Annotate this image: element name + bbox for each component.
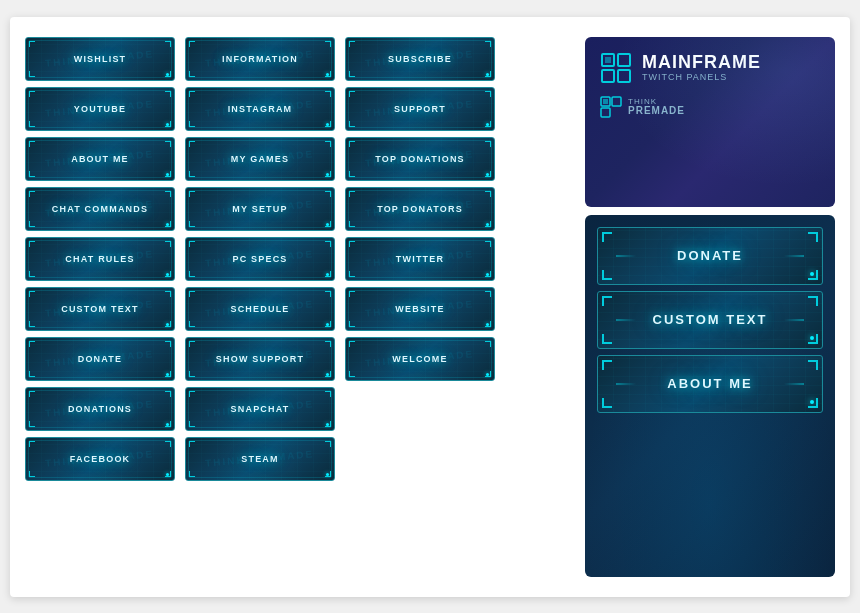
- panel-btn-col3-0[interactable]: THINK PREMADESUBSCRIBE: [345, 37, 495, 81]
- panel-btn-col3-6[interactable]: THINK PREMADEWELCOME: [345, 337, 495, 381]
- panel-btn-col2-4[interactable]: THINK PREMADEPC SPECS: [185, 237, 335, 281]
- premade-label: PREMADE: [628, 106, 685, 116]
- preview-panel-2: ABOUT ME: [597, 355, 823, 413]
- svg-rect-5: [601, 97, 610, 106]
- preview-panel-0: DONATE: [597, 227, 823, 285]
- panel-btn-col1-2[interactable]: THINK PREMADEABOUT ME: [25, 137, 175, 181]
- panel-btn-label-col1-8: FACEBOOK: [70, 454, 131, 464]
- mainframe-name: MAINFRAME: [642, 53, 761, 73]
- panel-btn-col2-1[interactable]: THINK PREMADEINSTAGRAM: [185, 87, 335, 131]
- panel-btn-label-col1-3: CHAT COMMANDS: [52, 204, 148, 214]
- panel-btn-label-col3-5: WEBSITE: [395, 304, 444, 314]
- panel-btn-col1-6[interactable]: THINK PREMADEDONATE: [25, 337, 175, 381]
- panel-btn-label-col1-5: CUSTOM TEXT: [61, 304, 139, 314]
- panel-btn-label-col2-4: PC SPECS: [232, 254, 287, 264]
- panel-btn-col1-1[interactable]: THINK PREMADEYOUTUBE: [25, 87, 175, 131]
- think-premade-logo: THINK PREMADE: [600, 96, 820, 118]
- panel-btn-col2-2[interactable]: THINK PREMADEMY GAMES: [185, 137, 335, 181]
- panel-col-1: THINK PREMADEWISHLISTTHINK PREMADEYOUTUB…: [25, 37, 175, 577]
- panel-btn-label-col3-0: SUBSCRIBE: [388, 54, 452, 64]
- panel-btn-col1-4[interactable]: THINK PREMADECHAT RULES: [25, 237, 175, 281]
- panel-btn-col2-0[interactable]: THINK PREMADEINFORMATION: [185, 37, 335, 81]
- panel-btn-col1-8[interactable]: THINK PREMADEFACEBOOK: [25, 437, 175, 481]
- svg-rect-8: [603, 99, 608, 104]
- main-container: THINK PREMADEWISHLISTTHINK PREMADEYOUTUB…: [10, 17, 850, 597]
- panel-btn-col1-7[interactable]: THINK PREMADEDONATIONS: [25, 387, 175, 431]
- svg-rect-3: [618, 70, 630, 82]
- panel-btn-label-col2-6: SHOW SUPPORT: [216, 354, 304, 364]
- panel-btn-label-col1-7: DONATIONS: [68, 404, 132, 414]
- svg-rect-4: [605, 57, 611, 63]
- svg-rect-7: [601, 108, 610, 117]
- preview-panel-label-0: DONATE: [677, 248, 743, 263]
- mainframe-logo-icon: [600, 52, 632, 84]
- mainframe-title: MAINFRAME TWITCH PANELS: [642, 53, 761, 83]
- panel-btn-col2-8[interactable]: THINK PREMADESTEAM: [185, 437, 335, 481]
- svg-rect-1: [618, 54, 630, 66]
- think-premade-text: THINK PREMADE: [628, 98, 685, 116]
- panel-btn-label-col1-1: YOUTUBE: [74, 104, 126, 114]
- preview-panel-label-1: CUSTOM TEXT: [653, 312, 768, 327]
- panel-btn-label-col1-0: WISHLIST: [74, 54, 127, 64]
- panel-btn-label-col1-2: ABOUT ME: [71, 154, 129, 164]
- think-label: THINK: [628, 98, 685, 106]
- panel-btn-label-col3-4: TWITTER: [396, 254, 444, 264]
- panel-btn-label-col3-2: TOP DONATIONS: [375, 154, 465, 164]
- panel-btn-label-col3-6: WELCOME: [392, 354, 447, 364]
- panel-btn-col1-3[interactable]: THINK PREMADECHAT COMMANDS: [25, 187, 175, 231]
- panel-columns: THINK PREMADEWISHLISTTHINK PREMADEYOUTUB…: [25, 37, 575, 577]
- right-section: MAINFRAME TWITCH PANELS THINK PREMADE: [585, 37, 835, 577]
- panels-preview: DONATECUSTOM TEXTABOUT ME: [585, 215, 835, 577]
- panel-btn-col3-3[interactable]: THINK PREMADETOP DONATORS: [345, 187, 495, 231]
- panel-btn-label-col2-8: STEAM: [241, 454, 279, 464]
- panel-col-3: THINK PREMADESUBSCRIBETHINK PREMADESUPPO…: [345, 37, 495, 577]
- panel-btn-col1-0[interactable]: THINK PREMADEWISHLIST: [25, 37, 175, 81]
- panel-btn-label-col3-3: TOP DONATORS: [377, 204, 463, 214]
- mainframe-card: MAINFRAME TWITCH PANELS THINK PREMADE: [585, 37, 835, 207]
- panel-btn-col1-5[interactable]: THINK PREMADECUSTOM TEXT: [25, 287, 175, 331]
- panel-col-2: THINK PREMADEINFORMATIONTHINK PREMADEINS…: [185, 37, 335, 577]
- mainframe-header: MAINFRAME TWITCH PANELS: [600, 52, 820, 84]
- panel-btn-label-col2-5: SCHEDULE: [230, 304, 289, 314]
- panel-btn-label-col2-3: MY SETUP: [232, 204, 287, 214]
- preview-panel-label-2: ABOUT ME: [667, 376, 752, 391]
- svg-rect-2: [602, 70, 614, 82]
- preview-panel-1: CUSTOM TEXT: [597, 291, 823, 349]
- panel-btn-label-col2-7: SNAPCHAT: [231, 404, 290, 414]
- panel-btn-col3-5[interactable]: THINK PREMADEWEBSITE: [345, 287, 495, 331]
- panel-btn-label-col2-0: INFORMATION: [222, 54, 298, 64]
- panel-btn-col2-7[interactable]: THINK PREMADESNAPCHAT: [185, 387, 335, 431]
- panel-btn-col3-1[interactable]: THINK PREMADESUPPORT: [345, 87, 495, 131]
- panel-btn-label-col3-1: SUPPORT: [394, 104, 446, 114]
- panel-btn-label-col1-4: CHAT RULES: [65, 254, 134, 264]
- panel-btn-col3-4[interactable]: THINK PREMADETWITTER: [345, 237, 495, 281]
- panel-btn-col2-6[interactable]: THINK PREMADESHOW SUPPORT: [185, 337, 335, 381]
- panel-btn-col2-5[interactable]: THINK PREMADESCHEDULE: [185, 287, 335, 331]
- svg-rect-6: [612, 97, 621, 106]
- panel-btn-col2-3[interactable]: THINK PREMADEMY SETUP: [185, 187, 335, 231]
- panel-btn-label-col2-1: INSTAGRAM: [228, 104, 293, 114]
- think-icon: [600, 96, 622, 118]
- mainframe-sub: TWITCH PANELS: [642, 72, 761, 82]
- panel-btn-col3-2[interactable]: THINK PREMADETOP DONATIONS: [345, 137, 495, 181]
- panel-btn-label-col1-6: DONATE: [78, 354, 123, 364]
- panel-btn-label-col2-2: MY GAMES: [231, 154, 289, 164]
